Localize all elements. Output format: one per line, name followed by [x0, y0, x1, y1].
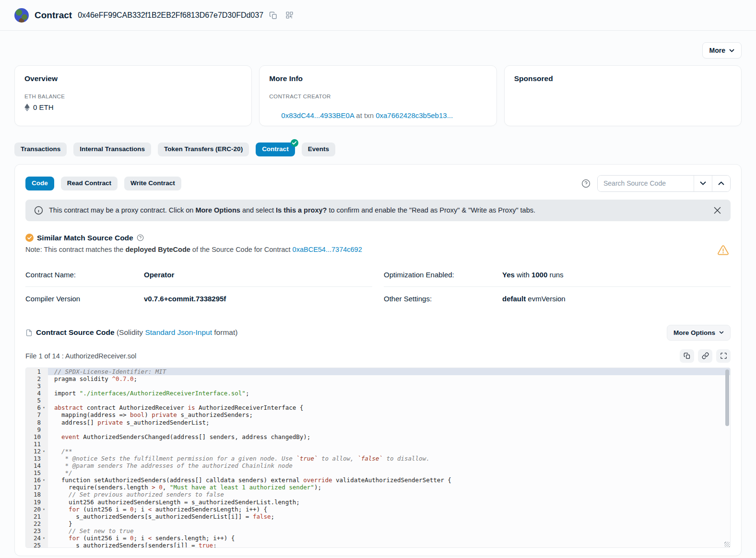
code-line: 16▾ function setAuthorizedSenders(addres… [26, 476, 730, 484]
line-number: 11 [26, 440, 48, 448]
line-number: 18 [26, 491, 48, 498]
code-line: 5 [26, 397, 730, 404]
proxy-notice-text: This contract may be a proxy contract. C… [49, 206, 707, 214]
more-options-label: More Options [673, 329, 715, 336]
tab-contract-label: Contract [262, 145, 289, 153]
subtab-write-contract[interactable]: Write Contract [124, 177, 181, 190]
code-text: /** [48, 448, 730, 455]
format-suffix: format) [212, 328, 237, 336]
expand-fullscreen-icon[interactable] [716, 349, 731, 363]
contract-details: Contract Name: Operator Compiler Version… [25, 263, 731, 310]
tab-contract[interactable]: Contract [256, 142, 295, 156]
close-icon[interactable] [713, 206, 722, 215]
line-number: 16▾ [26, 476, 48, 484]
code-line: 23 // Set new to true [26, 527, 730, 534]
subtab-read-contract[interactable]: Read Contract [61, 177, 118, 190]
code-line: 13 * @notice Sets the fulfillment permis… [26, 455, 730, 462]
similar-match-help-icon[interactable] [137, 234, 144, 241]
overview-card-title: Overview [24, 74, 242, 83]
code-editor[interactable]: 1// SPDX-License-Identifier: MIT2pragma … [25, 368, 731, 548]
code-line: 1// SPDX-License-Identifier: MIT [26, 368, 730, 375]
subtab-code[interactable]: Code [25, 177, 54, 190]
line-number: 14 [26, 462, 48, 469]
more-button[interactable]: More [702, 42, 742, 59]
eth-diamond-icon [24, 104, 30, 111]
code-text: pragma solidity ^0.7.0; [48, 375, 730, 382]
code-line: 11 [26, 440, 730, 448]
chevron-down-icon [729, 49, 734, 52]
code-line: 21 s_authorizedSenders[s_authorizedSende… [26, 513, 730, 520]
line-number: 1 [26, 368, 48, 375]
copy-source-icon[interactable] [680, 349, 694, 363]
code-line: 19 uint256 authorizedSendersLength = s_a… [26, 499, 730, 506]
line-number: 9 [26, 426, 48, 433]
contract-name-value: Operator [144, 271, 174, 279]
proxy-notice: This contract may be a proxy contract. C… [25, 200, 731, 221]
code-text: * @notice Sets the fulfillment permissio… [48, 455, 730, 462]
similar-match-title: Similar Match Source Code [37, 234, 133, 242]
contract-name-label: Contract Name: [25, 271, 144, 279]
contract-address: 0x46eFF99CAB332f1B2EB2Ff6813D67e7D30FDd0… [78, 11, 263, 20]
code-text: import "./interfaces/AuthorizedReceiverI… [48, 390, 730, 397]
fold-toggle-icon[interactable]: ▾ [41, 476, 47, 484]
code-line: 17 require(senders.length > 0, "Must hav… [26, 484, 730, 491]
fold-toggle-icon[interactable]: ▾ [41, 404, 47, 411]
line-number: 2 [26, 375, 48, 382]
editor-scrollbar[interactable] [725, 369, 729, 426]
code-line: 10 event AuthorizedSendersChanged(addres… [26, 433, 730, 440]
similar-contract-link[interactable]: 0xaBCE54...7374c692 [293, 246, 362, 253]
fold-toggle-icon[interactable]: ▾ [41, 448, 47, 455]
similar-match-check-icon [25, 234, 34, 242]
code-content: 1// SPDX-License-Identifier: MIT2pragma … [26, 368, 730, 548]
search-prev-button[interactable] [712, 176, 730, 191]
sponsored-card-title: Sponsored [514, 74, 732, 83]
compiler-version-value: v0.7.6+commit.7338295f [144, 295, 226, 303]
line-number: 22 [26, 520, 48, 527]
json-input-format-link[interactable]: Standard Json-Input [145, 328, 212, 336]
line-number: 15 [26, 469, 48, 476]
code-text [48, 397, 730, 404]
code-text: address[] private s_authorizedSenderList… [48, 419, 730, 426]
code-line: 24▾ for (uint256 i = 0; i < senders.leng… [26, 534, 730, 542]
code-text: abstract contract AuthorizedReceiver is … [48, 404, 730, 411]
chevron-down-icon [719, 331, 724, 334]
code-text: * @param senders The addresses of the au… [48, 462, 730, 469]
code-line: 20▾ for (uint256 i = 0; i < authorizedSe… [26, 506, 730, 513]
eth-balance-value: 0 ETH [33, 103, 54, 111]
code-text: event AuthorizedSendersChanged(address[]… [48, 433, 730, 440]
tab-transactions[interactable]: Transactions [14, 142, 67, 156]
more-info-card: More Info CONTRACT CREATOR 0x83dC44...49… [259, 65, 496, 126]
code-line: 3 [26, 382, 730, 390]
creator-txn-link[interactable]: 0xa7662428c3b5eb13... [376, 111, 453, 119]
line-number: 4 [26, 390, 48, 397]
line-number: 25 [26, 542, 48, 548]
contract-avatar [14, 8, 29, 23]
code-text: function setAuthorizedSenders(address[] … [48, 476, 730, 484]
tab-bar: Transactions Internal Transactions Token… [0, 126, 756, 156]
more-options-button[interactable]: More Options [667, 325, 731, 341]
code-line: 8 address[] private s_authorizedSenderLi… [26, 419, 730, 426]
contract-panel: Code Read Contract Write Contract This c… [14, 164, 742, 556]
compiler-version-label: Compiler Version [25, 295, 144, 303]
editor-resize-handle[interactable] [724, 542, 730, 547]
qr-code-icon[interactable] [285, 11, 294, 19]
source-code-title: Contract Source Code [36, 328, 115, 336]
optimization-value: Yes with 1000 runs [502, 271, 564, 279]
creator-address-link[interactable]: 0x83dC44...4933BE0A [281, 111, 354, 119]
more-info-card-title: More Info [269, 74, 486, 83]
search-next-button[interactable] [694, 176, 712, 191]
eth-balance-label: ETH BALANCE [24, 94, 242, 99]
tab-internal-transactions[interactable]: Internal Transactions [73, 142, 151, 156]
fold-toggle-icon[interactable]: ▾ [41, 534, 47, 542]
tab-token-transfers[interactable]: Token Transfers (ERC-20) [158, 142, 249, 156]
permalink-icon[interactable] [698, 349, 712, 363]
warning-triangle-icon [718, 245, 729, 255]
code-text [48, 440, 730, 448]
help-icon[interactable] [581, 179, 591, 188]
fold-toggle-icon[interactable]: ▾ [41, 506, 47, 513]
search-source-code-input[interactable] [598, 176, 694, 191]
copy-address-icon[interactable] [269, 11, 278, 20]
code-line: 18 // Set previous authorized senders to… [26, 491, 730, 498]
tab-events[interactable]: Events [302, 142, 335, 156]
line-number: 20▾ [26, 506, 48, 513]
